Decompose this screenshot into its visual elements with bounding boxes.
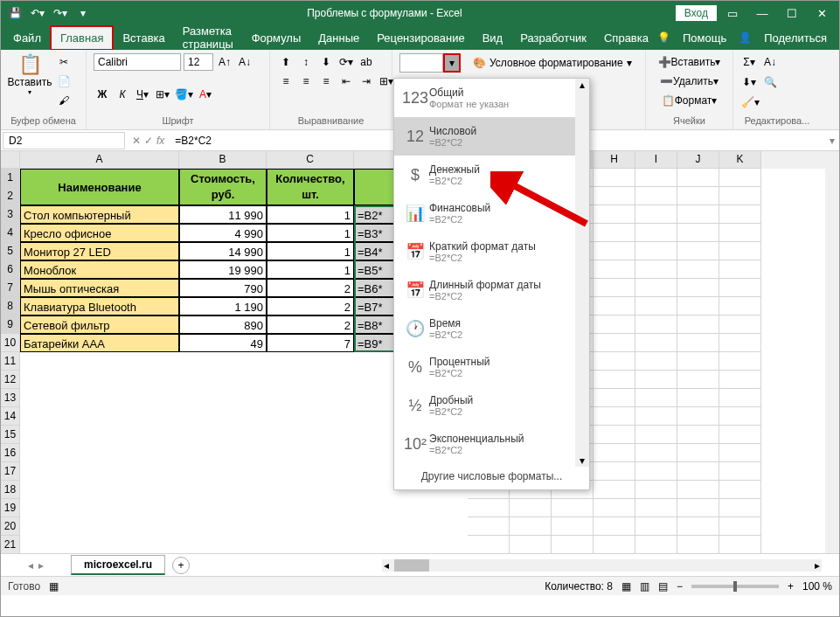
- autosum-icon[interactable]: Σ▾: [740, 53, 758, 71]
- cell[interactable]: [594, 481, 635, 499]
- cell[interactable]: [677, 407, 719, 426]
- border-icon[interactable]: ⊞▾: [154, 86, 171, 103]
- row-header[interactable]: 18: [1, 481, 20, 499]
- cell[interactable]: [468, 499, 510, 517]
- row-header[interactable]: 14: [1, 407, 20, 426]
- format-option[interactable]: 10²Экспоненциальный=B2*C2: [394, 425, 589, 463]
- zoom-slider[interactable]: [691, 585, 779, 588]
- find-icon[interactable]: 🔍: [761, 73, 779, 91]
- minimize-icon[interactable]: —: [748, 2, 776, 24]
- cell[interactable]: [719, 407, 761, 426]
- cell[interactable]: [552, 536, 594, 553]
- view-normal-icon[interactable]: ▦: [621, 580, 631, 593]
- cell[interactable]: [719, 371, 761, 389]
- cell[interactable]: [719, 279, 761, 297]
- cell[interactable]: 2: [267, 315, 354, 334]
- cell[interactable]: [635, 334, 677, 352]
- orientation-icon[interactable]: ⟳▾: [337, 53, 355, 71]
- col-header[interactable]: K: [719, 151, 761, 169]
- row-header[interactable]: 17: [1, 462, 20, 481]
- conditional-formatting-button[interactable]: 🎨Условное форматирование▾: [473, 53, 632, 73]
- header-cell[interactable]: Наименование: [20, 169, 179, 205]
- cell[interactable]: [635, 224, 677, 242]
- col-header[interactable]: C: [267, 151, 354, 169]
- cell[interactable]: Сетевой фильтр: [20, 315, 179, 334]
- cell[interactable]: 19 990: [179, 260, 267, 279]
- menu-scrollbar[interactable]: ▴ ▾: [575, 79, 589, 467]
- cell[interactable]: [677, 536, 719, 553]
- row-header[interactable]: 8: [1, 297, 20, 315]
- cell[interactable]: [677, 444, 719, 462]
- cell[interactable]: [677, 517, 719, 536]
- underline-icon[interactable]: Ч▾: [134, 86, 151, 103]
- qat-more-icon[interactable]: ▾: [73, 3, 94, 23]
- cell[interactable]: [594, 426, 635, 444]
- header-cell[interactable]: Стоимость, руб.: [179, 169, 267, 205]
- cell[interactable]: [635, 205, 677, 224]
- add-sheet-button[interactable]: +: [172, 557, 190, 574]
- maximize-icon[interactable]: ☐: [778, 2, 806, 24]
- format-option[interactable]: 📅Длинный формат даты=B2*C2: [394, 271, 589, 309]
- cancel-fx-icon[interactable]: ✕: [132, 135, 141, 147]
- cell[interactable]: Стол компьютерный: [20, 205, 179, 224]
- ribbon-options-icon[interactable]: ▭: [719, 2, 746, 24]
- cell[interactable]: Моноблок: [20, 260, 179, 279]
- cell[interactable]: [719, 315, 761, 334]
- vertical-scrollbar[interactable]: [825, 151, 839, 553]
- cell[interactable]: [468, 536, 510, 553]
- tab-share[interactable]: Поделиться: [755, 27, 836, 49]
- cell[interactable]: [635, 444, 677, 462]
- tab-data[interactable]: Данные: [309, 27, 368, 49]
- row-header[interactable]: 15: [1, 426, 20, 444]
- cell[interactable]: [635, 242, 677, 260]
- cell[interactable]: [510, 517, 552, 536]
- cell[interactable]: 4 990: [179, 224, 267, 242]
- cell[interactable]: [635, 260, 677, 279]
- cell[interactable]: [719, 462, 761, 481]
- cell[interactable]: [677, 260, 719, 279]
- cell[interactable]: [635, 279, 677, 297]
- zoom-out-icon[interactable]: −: [677, 580, 683, 593]
- cell[interactable]: [594, 297, 635, 315]
- align-left-icon[interactable]: ≡: [277, 73, 295, 90]
- row-header[interactable]: 13: [1, 389, 20, 407]
- align-mid-icon[interactable]: ↕: [297, 53, 315, 71]
- cell[interactable]: [594, 334, 635, 352]
- tab-view[interactable]: Вид: [474, 27, 512, 49]
- cell[interactable]: [719, 352, 761, 371]
- cell[interactable]: 2: [267, 297, 354, 315]
- view-break-icon[interactable]: ▤: [658, 580, 668, 593]
- cell[interactable]: [677, 481, 719, 499]
- tell-me[interactable]: Помощь: [674, 27, 735, 49]
- cell[interactable]: Мышь оптическая: [20, 279, 179, 297]
- cell[interactable]: [594, 462, 635, 481]
- paste-button[interactable]: 📋 Вставить ▾: [8, 53, 52, 106]
- cell[interactable]: [594, 352, 635, 371]
- cell[interactable]: [635, 315, 677, 334]
- cell[interactable]: [677, 224, 719, 242]
- cell[interactable]: [719, 426, 761, 444]
- cell[interactable]: [594, 242, 635, 260]
- align-center-icon[interactable]: ≡: [297, 73, 315, 90]
- cell[interactable]: [552, 517, 594, 536]
- font-name-input[interactable]: [94, 53, 181, 71]
- row-header[interactable]: 3: [1, 205, 20, 224]
- undo-icon[interactable]: ↶▾: [27, 3, 48, 23]
- lightbulb-icon[interactable]: 💡: [657, 31, 670, 44]
- tab-help[interactable]: Справка: [595, 27, 657, 49]
- clear-icon[interactable]: 🧹▾: [740, 94, 760, 111]
- cell[interactable]: [719, 444, 761, 462]
- cell[interactable]: 1: [267, 242, 354, 260]
- cut-icon[interactable]: ✂: [55, 53, 73, 71]
- cell[interactable]: [594, 389, 635, 407]
- view-layout-icon[interactable]: ▥: [640, 580, 649, 593]
- login-button[interactable]: Вход: [676, 5, 717, 21]
- copy-icon[interactable]: 📄: [55, 73, 73, 90]
- fx-icon[interactable]: fx: [156, 135, 164, 147]
- cell[interactable]: [677, 334, 719, 352]
- row-header[interactable]: 2: [1, 187, 20, 205]
- cell[interactable]: [635, 169, 677, 187]
- cell[interactable]: [719, 517, 761, 536]
- cell[interactable]: 49: [179, 334, 267, 352]
- zoom-in-icon[interactable]: +: [788, 580, 794, 593]
